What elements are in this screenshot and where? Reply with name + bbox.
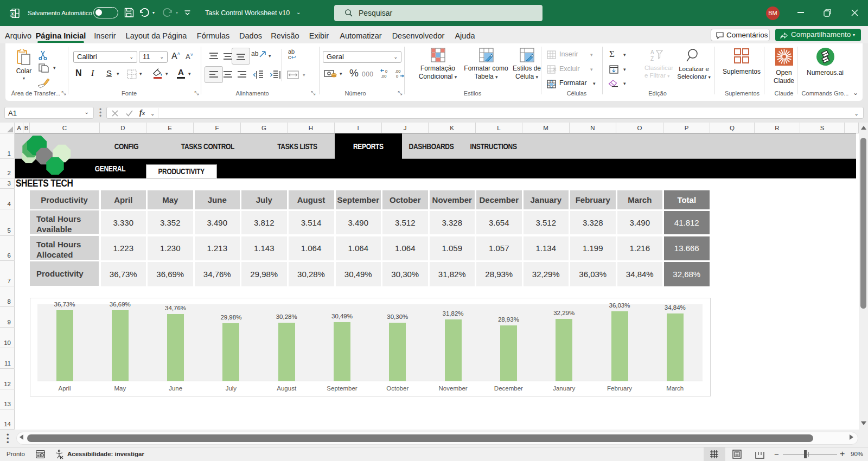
svg-text:,00: ,00 — [395, 69, 400, 74]
svg-text:Z: Z — [650, 56, 654, 62]
svg-text:0: 0 — [396, 74, 398, 79]
svg-text:x: x — [11, 11, 14, 16]
svg-text:,00: ,00 — [381, 74, 386, 79]
svg-text:A: A — [650, 49, 654, 55]
svg-text:0: 0 — [385, 69, 387, 74]
